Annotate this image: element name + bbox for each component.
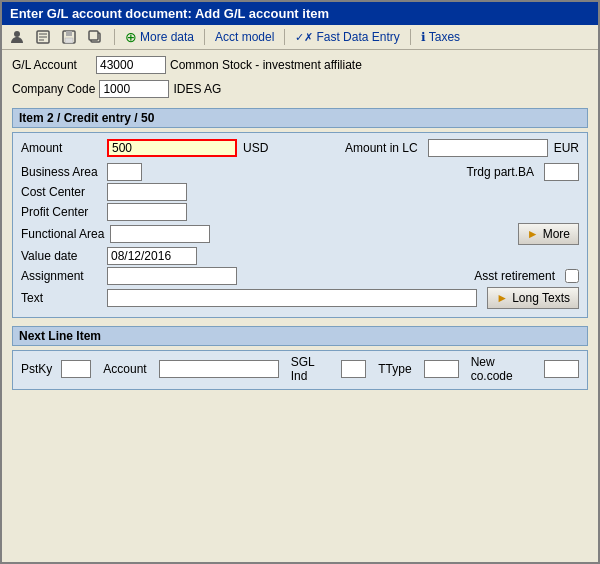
text-label: Text (21, 291, 101, 305)
item-section: Item 2 / Credit entry / 50 Amount USD Am… (12, 108, 588, 322)
item-section-title: Item 2 / Credit entry / 50 (19, 111, 154, 125)
item-section-box: Amount USD Amount in LC EUR Business Are… (12, 132, 588, 318)
business-area-row: Business Area Trdg part.BA (21, 163, 579, 181)
fast-data-label: Fast Data Entry (316, 30, 399, 44)
fast-data-icon: ✓✗ (295, 31, 313, 44)
ttype-label: TType (378, 362, 411, 376)
long-texts-icon: ► (496, 291, 508, 305)
document-settings-icon[interactable] (34, 28, 52, 46)
company-code-desc: IDES AG (173, 82, 221, 96)
account-input[interactable] (159, 360, 279, 378)
long-texts-label: Long Texts (512, 291, 570, 305)
taxes-icon: ℹ (421, 30, 426, 44)
currency-label: USD (243, 141, 268, 155)
svg-rect-9 (89, 31, 98, 40)
save-icon[interactable] (60, 28, 78, 46)
amount-label: Amount (21, 141, 101, 155)
company-code-input[interactable] (99, 80, 169, 98)
value-date-input[interactable] (107, 247, 197, 265)
user-icon[interactable] (8, 28, 26, 46)
title-bar: Enter G/L account document: Add G/L acco… (2, 2, 598, 25)
amount-lc-input[interactable] (428, 139, 548, 157)
assignment-input[interactable] (107, 267, 237, 285)
window-title: Enter G/L account document: Add G/L acco… (10, 6, 329, 21)
copy-icon[interactable] (86, 28, 104, 46)
assignment-row: Assignment Asst retirement (21, 267, 579, 285)
business-area-label: Business Area (21, 165, 101, 179)
functional-area-label: Functional Area (21, 227, 104, 241)
trdg-label: Trdg part.BA (466, 165, 534, 179)
text-row: Text ► Long Texts (21, 287, 579, 309)
gl-account-label: G/L Account (12, 58, 92, 72)
more-data-label: More data (140, 30, 194, 44)
main-window: Enter G/L account document: Add G/L acco… (0, 0, 600, 564)
svg-rect-6 (66, 31, 72, 36)
gl-account-desc: Common Stock - investment affiliate (170, 58, 362, 72)
toolbar-separator-4 (410, 29, 411, 45)
toolbar: ⊕ More data Acct model ✓✗ Fast Data Entr… (2, 25, 598, 50)
more-button-label: More (543, 227, 570, 241)
more-arrow-icon: ► (527, 227, 539, 241)
acct-model-label: Acct model (215, 30, 274, 44)
taxes-label: Taxes (429, 30, 460, 44)
asst-retirement-label: Asst retirement (474, 269, 555, 283)
next-line-header: Next Line Item (12, 326, 588, 346)
item-section-header: Item 2 / Credit entry / 50 (12, 108, 588, 128)
company-code-label: Company Code (12, 82, 95, 96)
gl-account-input[interactable] (96, 56, 166, 74)
asst-retirement-checkbox[interactable] (565, 269, 579, 283)
toolbar-separator-3 (284, 29, 285, 45)
functional-area-input[interactable] (110, 225, 210, 243)
more-data-button[interactable]: ⊕ More data (125, 29, 194, 45)
content-area: G/L Account Common Stock - investment af… (2, 50, 598, 562)
sgl-ind-input[interactable] (341, 360, 366, 378)
amount-row: Amount USD Amount in LC EUR (21, 139, 579, 157)
new-co-code-input[interactable] (544, 360, 579, 378)
pstky-input[interactable] (61, 360, 91, 378)
next-line-fields-row: PstKy Account SGL Ind TType New co.code (21, 355, 579, 383)
value-date-row: Value date (21, 247, 579, 265)
lc-currency-label: EUR (554, 141, 579, 155)
pstky-label: PstKy (21, 362, 52, 376)
functional-area-row: Functional Area ► More (21, 223, 579, 245)
toolbar-separator-1 (114, 29, 115, 45)
text-input[interactable] (107, 289, 477, 307)
profit-center-input[interactable] (107, 203, 187, 221)
amount-input[interactable] (107, 139, 237, 157)
business-area-input[interactable] (107, 163, 142, 181)
next-line-section: Next Line Item PstKy Account SGL Ind TTy… (12, 326, 588, 390)
amount-lc-label: Amount in LC (345, 141, 418, 155)
fast-data-entry-button[interactable]: ✓✗ Fast Data Entry (295, 30, 399, 44)
more-button[interactable]: ► More (518, 223, 579, 245)
next-line-box: PstKy Account SGL Ind TType New co.code (12, 350, 588, 390)
svg-rect-7 (65, 38, 73, 43)
toolbar-separator-2 (204, 29, 205, 45)
cost-center-input[interactable] (107, 183, 187, 201)
assignment-label: Assignment (21, 269, 101, 283)
cost-center-label: Cost Center (21, 185, 101, 199)
ttype-input[interactable] (424, 360, 459, 378)
cost-center-row: Cost Center (21, 183, 579, 201)
long-texts-button[interactable]: ► Long Texts (487, 287, 579, 309)
gl-account-row: G/L Account Common Stock - investment af… (12, 56, 588, 74)
value-date-label: Value date (21, 249, 101, 263)
new-co-code-label: New co.code (471, 355, 532, 383)
more-data-icon: ⊕ (125, 29, 137, 45)
account-label: Account (103, 362, 146, 376)
next-line-title: Next Line Item (19, 329, 101, 343)
trdg-input[interactable] (544, 163, 579, 181)
profit-center-label: Profit Center (21, 205, 101, 219)
sgl-ind-label: SGL Ind (291, 355, 330, 383)
acct-model-button[interactable]: Acct model (215, 30, 274, 44)
company-code-row: Company Code IDES AG (12, 80, 588, 98)
taxes-button[interactable]: ℹ Taxes (421, 30, 460, 44)
profit-center-row: Profit Center (21, 203, 579, 221)
svg-point-0 (14, 31, 20, 37)
